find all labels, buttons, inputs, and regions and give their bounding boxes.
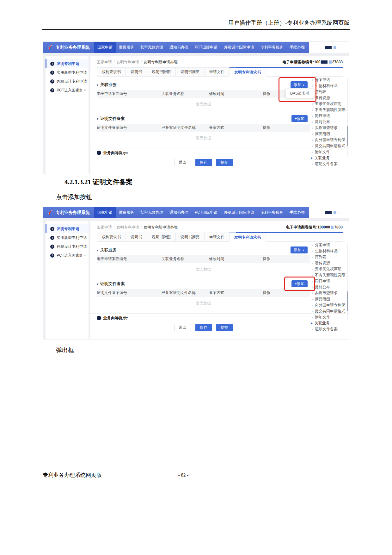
- sidebar-item[interactable]: ! PCT进入国家阶段申请 ∨: [46, 251, 89, 260]
- scrollbar-thumb[interactable]: [347, 126, 348, 146]
- anchor-item[interactable]: 附加文件: [312, 314, 347, 320]
- anchor-item[interactable]: 提交共同申请格式...: [312, 143, 347, 149]
- navbar-item[interactable]: 外观设计国际申请: [221, 207, 257, 218]
- sidebar-item[interactable]: ! PCT进入国家阶段申请 ∨: [46, 86, 89, 95]
- tab[interactable]: 申请文件: [204, 233, 230, 242]
- breadcrumb-item[interactable]: 国家申请: [97, 225, 116, 229]
- column-header: 证明文件备案编号: [97, 125, 162, 130]
- anchor-item[interactable]: 关联业务: [312, 320, 347, 326]
- anchor-item[interactable]: 向外国申请专利保...: [312, 302, 347, 308]
- anchor-item[interactable]: 序列表: [312, 89, 347, 95]
- anchor-item[interactable]: 要求优先权声明: [312, 101, 347, 107]
- tab[interactable]: 发明专利请求书: [229, 67, 266, 77]
- breadcrumb-item[interactable]: 发明专利新申请办理: [144, 60, 178, 64]
- add-dropdown-button[interactable]: 添加 ∨: [291, 81, 308, 88]
- anchor-item[interactable]: 遗传资源: [312, 95, 347, 101]
- chevron-down-icon[interactable]: ∨: [338, 46, 340, 49]
- navbar-item[interactable]: PCT国际申请: [192, 42, 221, 53]
- anchor-item[interactable]: 证明文件备案: [312, 326, 347, 332]
- anchor-item[interactable]: 实质审查请求: [312, 290, 347, 296]
- add-certificate-button[interactable]: +添加: [291, 115, 308, 122]
- tab[interactable]: 说明书附图: [147, 233, 176, 242]
- back-button[interactable]: 返回: [175, 159, 191, 166]
- scrollbar[interactable]: [347, 78, 348, 156]
- tab[interactable]: 说明书附图: [147, 67, 176, 77]
- anchor-item[interactable]: 向外国申请专利保...: [312, 137, 347, 143]
- tab[interactable]: 说明书: [126, 233, 147, 242]
- save-button[interactable]: 保存: [195, 159, 212, 166]
- anchor-item[interactable]: 提前公布: [312, 284, 347, 290]
- anchor-item[interactable]: 序列表: [312, 254, 347, 260]
- anchor-item[interactable]: 遗传资源: [312, 260, 347, 266]
- anchor-item[interactable]: 同日申请: [312, 278, 347, 284]
- sidebar-item[interactable]: ! 实用新型专利申请: [46, 233, 89, 242]
- breadcrumb-item[interactable]: 发明专利新申请办理: [144, 225, 178, 229]
- caret-down-icon[interactable]: ▾: [97, 248, 98, 252]
- breadcrumb-item[interactable]: 发明专利申请: [116, 225, 144, 229]
- navbar-item[interactable]: 通知书办理: [166, 207, 192, 218]
- navbar-item[interactable]: 通知书办理: [166, 42, 192, 53]
- anchor-item[interactable]: 分案申请: [312, 77, 347, 83]
- tab[interactable]: 说明书摘要: [175, 233, 205, 242]
- navbar-item[interactable]: ···: [308, 207, 318, 218]
- sidebar-item[interactable]: ! 实用新型专利申请: [46, 68, 89, 77]
- tab[interactable]: 说明书摘要: [175, 67, 205, 77]
- das-request-option[interactable]: DAS请求书: [285, 89, 314, 98]
- anchor-item[interactable]: 附加文件: [312, 149, 347, 155]
- navbar-item[interactable]: 专利事务服务: [257, 207, 286, 218]
- chevron-down-icon[interactable]: ∨: [338, 211, 340, 214]
- navbar-item[interactable]: 国家申请: [94, 207, 116, 218]
- scrollbar[interactable]: [347, 243, 348, 321]
- anchor-item[interactable]: 生物材料样品: [312, 83, 347, 89]
- sidebar-item[interactable]: ! 发明专利申请: [46, 59, 89, 68]
- navbar-item[interactable]: ···: [308, 42, 318, 53]
- anchor-item[interactable]: 分案申请: [312, 242, 347, 248]
- anchor-item[interactable]: 不丧失新颖性宽限...: [312, 107, 347, 113]
- anchor-item[interactable]: 要求优先权声明: [312, 266, 347, 272]
- navbar-item[interactable]: 复审无效办理: [137, 42, 166, 53]
- submit-button[interactable]: 提交: [216, 159, 233, 166]
- anchor-item[interactable]: 提交共同申请格式...: [312, 308, 347, 314]
- save-button[interactable]: 保存: [195, 324, 212, 331]
- submit-button[interactable]: 提交: [216, 324, 233, 331]
- anchor-item[interactable]: 摘要附图: [312, 296, 347, 302]
- add-dropdown-button[interactable]: 添加 ∨: [291, 246, 308, 253]
- tab[interactable]: 申请文件: [204, 67, 230, 77]
- tab[interactable]: 权利要求书: [97, 233, 126, 242]
- tab[interactable]: 权利要求书: [97, 67, 126, 77]
- anchor-item[interactable]: 实质审查请求: [312, 125, 347, 131]
- sidebar-item[interactable]: ! 外观设计专利申请: [46, 77, 89, 86]
- back-button[interactable]: 返回: [175, 324, 191, 331]
- chevron-down-icon[interactable]: ∨: [84, 89, 86, 92]
- caret-down-icon[interactable]: ▾: [97, 83, 98, 87]
- anchor-item[interactable]: 提前公布: [312, 119, 347, 125]
- caret-down-icon[interactable]: ▾: [97, 282, 98, 286]
- navbar-item[interactable]: 缴费服务: [116, 207, 137, 218]
- breadcrumb-item[interactable]: 国家申请: [97, 60, 116, 64]
- anchor-item[interactable]: 不丧失新颖性宽限...: [312, 272, 347, 278]
- user-avatar-icon[interactable]: [318, 210, 323, 215]
- sidebar-item[interactable]: ! 外观设计专利申请: [46, 242, 89, 251]
- navbar-item[interactable]: 外观设计国际申请: [221, 42, 257, 53]
- caret-down-icon[interactable]: ▾: [97, 117, 98, 121]
- navbar-item[interactable]: 专利事务服务: [257, 42, 286, 53]
- breadcrumb-item[interactable]: 发明专利申请: [116, 60, 144, 64]
- anchor-item[interactable]: 生物材料样品: [312, 248, 347, 254]
- anchor-item[interactable]: 同日申请: [312, 113, 347, 119]
- navbar-item[interactable]: 手续办理: [286, 42, 308, 53]
- navbar-item[interactable]: 复审无效办理: [137, 207, 166, 218]
- anchor-item[interactable]: 证明文件备案: [312, 161, 347, 167]
- add-certificate-button[interactable]: +添加: [291, 280, 308, 287]
- scrollbar-thumb[interactable]: [347, 291, 348, 311]
- anchor-item[interactable]: 摘要附图: [312, 131, 347, 137]
- user-avatar-icon[interactable]: [318, 45, 323, 50]
- navbar-item[interactable]: 国家申请: [94, 42, 116, 53]
- anchor-item[interactable]: 关联业务: [312, 155, 347, 161]
- navbar-item[interactable]: PCT国际申请: [192, 207, 221, 218]
- chevron-down-icon[interactable]: ∨: [84, 254, 86, 257]
- navbar-item[interactable]: 手续办理: [286, 207, 308, 218]
- sidebar-item[interactable]: ! 发明专利申请: [46, 224, 89, 233]
- tab[interactable]: 发明专利请求书: [229, 233, 266, 242]
- tab[interactable]: 说明书: [126, 67, 147, 77]
- navbar-item[interactable]: 缴费服务: [116, 42, 137, 53]
